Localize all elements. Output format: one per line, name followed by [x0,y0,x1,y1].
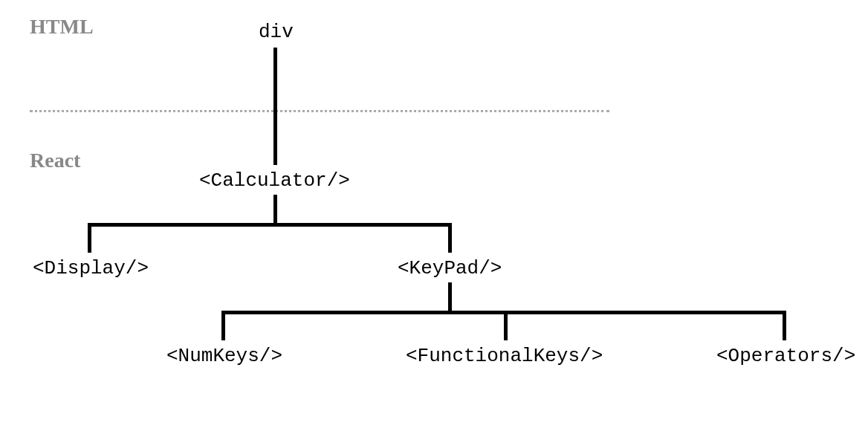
section-divider [30,110,609,112]
node-div: div [259,21,294,43]
connector-calculator-hbar [88,223,452,227]
node-display: <Display/> [33,257,149,279]
html-section-label: HTML [30,15,94,39]
connector-numkeys-drop [221,311,225,340]
connector-keypad-stem [448,282,452,311]
react-section-label: React [30,149,80,172]
connector-keypad-drop [448,223,452,253]
connector-operators-drop [783,311,786,340]
node-calculator: <Calculator/> [199,169,350,192]
connector-calculator-stem [273,195,277,223]
node-operators: <Operators/> [716,345,855,367]
connector-display-drop [88,223,91,253]
node-keypad: <KeyPad/> [398,257,502,279]
connector-functionalkeys-drop [504,311,508,340]
connector-div-calculator [273,48,277,165]
node-numkeys: <NumKeys/> [166,345,282,367]
node-functionalkeys: <FunctionalKeys/> [406,345,603,367]
